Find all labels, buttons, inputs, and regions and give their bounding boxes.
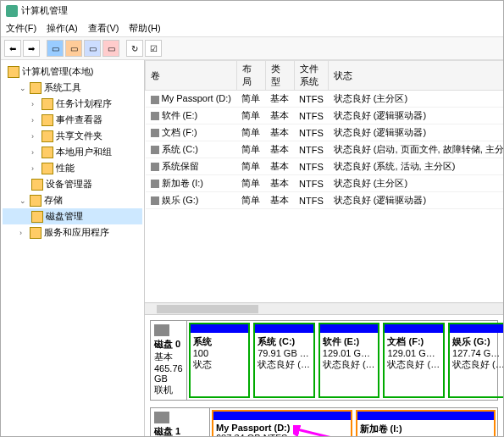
partition[interactable]: 软件 (E:)129.01 GB NT状态良好 (逻辑 bbox=[318, 323, 380, 398]
disk0-info: 磁盘 0 基本 465.76 GB 联机 bbox=[151, 321, 187, 400]
view1-button[interactable]: ▭ bbox=[47, 40, 64, 57]
tree-root[interactable]: 计算机管理(本地) bbox=[3, 64, 142, 80]
menubar: 文件(F) 操作(A) 查看(V) 帮助(H) bbox=[1, 20, 503, 36]
tree-diskmgr[interactable]: 磁盘管理 bbox=[3, 208, 142, 224]
titlebar: 计算机管理 bbox=[1, 1, 503, 20]
tree-devmgr[interactable]: 设备管理器 bbox=[3, 176, 142, 192]
tree-users[interactable]: ›本地用户和组 bbox=[3, 144, 142, 160]
partition[interactable]: 娱乐 (G:)127.74 GB NT状态良好 (逻辑 bbox=[448, 323, 503, 398]
table-row[interactable]: 文档 (F:)简单基本NTFS状态良好 (逻辑驱动器)129.01 GB69 bbox=[146, 124, 504, 141]
disk1-row[interactable]: 磁盘 1 基本 931.48 GB 联机 My Passport (D:)687… bbox=[150, 407, 498, 437]
app-icon bbox=[6, 5, 18, 17]
back-button[interactable]: ⬅ bbox=[4, 40, 21, 57]
tree-systools[interactable]: ⌄系统工具 bbox=[3, 80, 142, 96]
view3-button[interactable]: ▭ bbox=[84, 40, 101, 57]
tree-share[interactable]: ›共享文件夹 bbox=[3, 128, 142, 144]
toolbar: ⬅ ➡ ▭ ▭ ▭ ▭ ↻ ☑ bbox=[1, 36, 503, 60]
tree-perf[interactable]: ›性能 bbox=[3, 160, 142, 176]
view4-button[interactable]: ▭ bbox=[102, 40, 119, 57]
menu-view[interactable]: 查看(V) bbox=[88, 22, 119, 35]
view2-button[interactable]: ▭ bbox=[65, 40, 82, 57]
refresh-button[interactable]: ↻ bbox=[126, 40, 143, 57]
hscrollbar[interactable] bbox=[145, 302, 503, 314]
col-status[interactable]: 状态 bbox=[329, 61, 503, 91]
partition[interactable]: 新加卷 (I:)244.14 GB NTFS状态良好 (主分区) bbox=[356, 410, 496, 437]
disk-map: 磁盘 0 基本 465.76 GB 联机 系统100状态系统 (C:)79.91… bbox=[145, 315, 503, 437]
tree-event[interactable]: ›事件查看器 bbox=[3, 112, 142, 128]
props-button[interactable]: ☑ bbox=[145, 40, 162, 57]
table-row[interactable]: 娱乐 (G:)简单基本NTFS状态良好 (逻辑驱动器)127.74 GB11 bbox=[146, 192, 504, 209]
nav-tree[interactable]: 计算机管理(本地) ⌄系统工具 ›任务计划程序 ›事件查看器 ›共享文件夹 ›本… bbox=[1, 60, 145, 437]
tree-storage[interactable]: ⌄存储 bbox=[3, 192, 142, 208]
app-title: 计算机管理 bbox=[21, 4, 68, 17]
table-row[interactable]: 新加卷 (I:)简单基本NTFS状态良好 (主分区)244.14 GB24 bbox=[146, 175, 504, 192]
col-volume[interactable]: 卷 bbox=[146, 61, 237, 91]
disk-icon bbox=[154, 324, 169, 336]
main-split: 计算机管理(本地) ⌄系统工具 ›任务计划程序 ›事件查看器 ›共享文件夹 ›本… bbox=[1, 60, 503, 437]
table-row[interactable]: 系统 (C:)简单基本NTFS状态良好 (启动, 页面文件, 故障转储, 主分区… bbox=[146, 141, 504, 158]
table-row[interactable]: My Passport (D:)简单基本NTFS状态良好 (主分区)687.34… bbox=[146, 91, 504, 108]
volume-list[interactable]: 卷 布局 类型 文件系统 状态 容量 可 My Passport (D:)简单基… bbox=[145, 60, 503, 315]
partition[interactable]: 系统100状态 bbox=[189, 323, 251, 398]
col-type[interactable]: 类型 bbox=[265, 61, 294, 91]
partition[interactable]: My Passport (D:)687.34 GB NTFS状态良好 (主分区) bbox=[212, 410, 352, 437]
tree-task[interactable]: ›任务计划程序 bbox=[3, 96, 142, 112]
menu-action[interactable]: 操作(A) bbox=[47, 22, 78, 35]
col-layout[interactable]: 布局 bbox=[236, 61, 265, 91]
menu-file[interactable]: 文件(F) bbox=[6, 22, 36, 35]
forward-button[interactable]: ➡ bbox=[23, 40, 40, 57]
disk1-info: 磁盘 1 基本 931.48 GB 联机 bbox=[151, 408, 210, 437]
col-fs[interactable]: 文件系统 bbox=[294, 61, 329, 91]
table-row[interactable]: 软件 (E:)简单基本NTFS状态良好 (逻辑驱动器)129.01 GB10 bbox=[146, 108, 504, 124]
tree-svc[interactable]: ›服务和应用程序 bbox=[3, 224, 142, 241]
disk0-row[interactable]: 磁盘 0 基本 465.76 GB 联机 系统100状态系统 (C:)79.91… bbox=[150, 320, 498, 401]
content-pane: 卷 布局 类型 文件系统 状态 容量 可 My Passport (D:)简单基… bbox=[145, 60, 503, 437]
disk-icon bbox=[154, 412, 169, 423]
menu-help[interactable]: 帮助(H) bbox=[129, 22, 160, 35]
table-row[interactable]: 系统保留简单基本NTFS状态良好 (系统, 活动, 主分区)100 MB65 bbox=[146, 158, 504, 175]
partition[interactable]: 文档 (F:)129.01 GB NT状态良好 (逻辑 bbox=[383, 323, 445, 398]
partition[interactable]: 系统 (C:)79.91 GB NTF状态良好 (启动 bbox=[253, 323, 315, 398]
